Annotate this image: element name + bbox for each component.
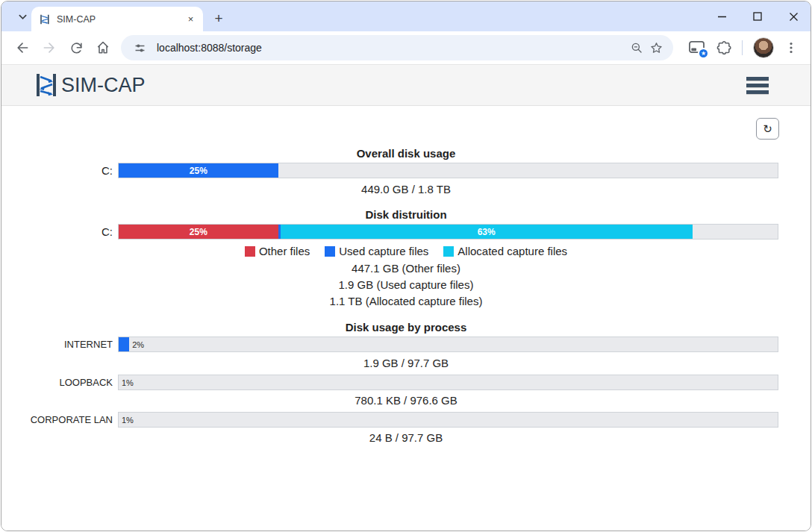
menu-hamburger-icon[interactable] — [743, 74, 772, 97]
browser-tab[interactable]: SIM-CAP × — [31, 7, 203, 31]
bookmark-star-icon[interactable] — [646, 38, 666, 57]
browser-titlebar: SIM-CAP × + — [1, 1, 811, 31]
distribution-bar-row: C: 25% 63% — [1, 224, 778, 240]
disk-usage-by-process-title: Disk usage by process — [1, 321, 811, 334]
window-controls — [710, 1, 805, 31]
address-bar[interactable]: localhost:8088/storage — [121, 35, 673, 60]
process-pct-label: 1% — [122, 416, 134, 425]
browser-window: SIM-CAP × + — [1, 1, 811, 531]
toolbar-separator — [742, 40, 743, 55]
process-bar-row: CORPORATE LAN 1% — [1, 412, 778, 428]
sim-cap-logo-icon — [33, 72, 60, 98]
save-tab-group-button[interactable]: ★ — [688, 40, 705, 55]
legend-swatch-other-files — [245, 246, 255, 257]
reload-button[interactable] — [64, 36, 88, 60]
process-usage-track: 1% — [118, 375, 778, 390]
process-usage-track: 1% — [118, 412, 778, 428]
segment-other-files: 25% — [119, 225, 278, 239]
process-usage-caption: 24 B / 97.7 GB — [1, 431, 811, 444]
new-tab-button[interactable]: + — [209, 9, 228, 28]
legend-label: Allocated capture files — [457, 245, 567, 257]
distribution-caption: 447.1 GB (Other files) — [1, 262, 811, 275]
overall-usage-track: 25% — [118, 163, 778, 178]
process-usage-fill — [119, 337, 129, 351]
overall-usage-fill: 25% — [119, 163, 278, 178]
maximize-button[interactable] — [746, 5, 769, 28]
process-bar-row: INTERNET 2% — [1, 337, 778, 352]
reload-icon — [69, 41, 84, 55]
forward-arrow-icon — [42, 40, 57, 55]
process-bar-row: LOOPBACK 1% — [1, 375, 778, 390]
legend-item: Used capture files — [325, 245, 428, 257]
process-usage-track: 2% — [118, 337, 778, 352]
distribution-caption: 1.9 GB (Used capture files) — [1, 278, 811, 291]
extensions-icon[interactable] — [716, 40, 731, 56]
refresh-data-button[interactable]: ↻ — [756, 118, 779, 140]
back-arrow-icon — [15, 40, 30, 55]
back-button[interactable] — [10, 36, 34, 60]
segment-allocated-capture-files: 63% — [281, 225, 693, 239]
process-pct-label: 2% — [132, 340, 144, 349]
home-button[interactable] — [91, 36, 115, 60]
tab-search-button[interactable] — [12, 7, 33, 25]
tab-title: SIM-CAP — [57, 14, 184, 25]
legend-swatch-used-capture-files — [325, 246, 335, 257]
site-settings-icon[interactable] — [130, 38, 149, 57]
tab-close-button[interactable]: × — [184, 13, 197, 25]
forward-button[interactable] — [37, 36, 61, 60]
process-usage-caption: 1.9 GB / 97.7 GB — [1, 357, 811, 369]
process-label: INTERNET — [1, 339, 118, 350]
overall-usage-caption: 449.0 GB / 1.8 TB — [1, 183, 811, 195]
brand-title: SIM-CAP — [61, 74, 146, 97]
profile-avatar[interactable] — [753, 37, 774, 58]
app-logo: SIM-CAP — [33, 72, 146, 98]
distribution-legend: Other files Used capture files Allocated… — [1, 245, 811, 257]
legend-label: Used capture files — [339, 245, 428, 257]
chevron-down-icon — [18, 12, 28, 22]
legend-item: Allocated capture files — [443, 245, 567, 257]
sim-cap-favicon-icon — [39, 13, 51, 25]
browser-menu-kebab-icon[interactable] — [784, 41, 798, 54]
distribution-track: 25% 63% — [118, 224, 778, 240]
app-header: SIM-CAP — [1, 65, 811, 106]
browser-toolbar: localhost:8088/storage ★ — [1, 31, 811, 65]
zoom-indicator-icon[interactable] — [627, 38, 646, 57]
legend-item: Other files — [245, 245, 310, 257]
minimize-button[interactable] — [710, 5, 733, 28]
close-window-button[interactable] — [782, 5, 805, 28]
legend-swatch-allocated-capture-files — [443, 246, 454, 257]
overall-usage-bar-row: C: 25% — [1, 163, 778, 178]
drive-label: C: — [1, 225, 118, 238]
distribution-caption: 1.1 TB (Allocated capture files) — [1, 295, 811, 307]
toolbar-right-cluster: ★ — [688, 37, 798, 58]
legend-label: Other files — [259, 245, 310, 257]
process-label: LOOPBACK — [1, 377, 118, 388]
disk-distribution-title: Disk distruition — [1, 208, 811, 221]
overall-disk-usage-title: Overall disk usage — [1, 147, 811, 160]
process-label: CORPORATE LAN — [1, 414, 118, 425]
process-usage-caption: 780.1 KB / 976.6 GB — [1, 394, 811, 407]
process-pct-label: 1% — [122, 378, 134, 387]
drive-label: C: — [1, 164, 118, 177]
home-icon — [96, 40, 110, 55]
url-text[interactable]: localhost:8088/storage — [157, 42, 627, 54]
star-badge-icon: ★ — [698, 48, 709, 59]
storage-page: ↻ Overall disk usage C: 25% 449.0 GB / 1… — [1, 106, 811, 531]
